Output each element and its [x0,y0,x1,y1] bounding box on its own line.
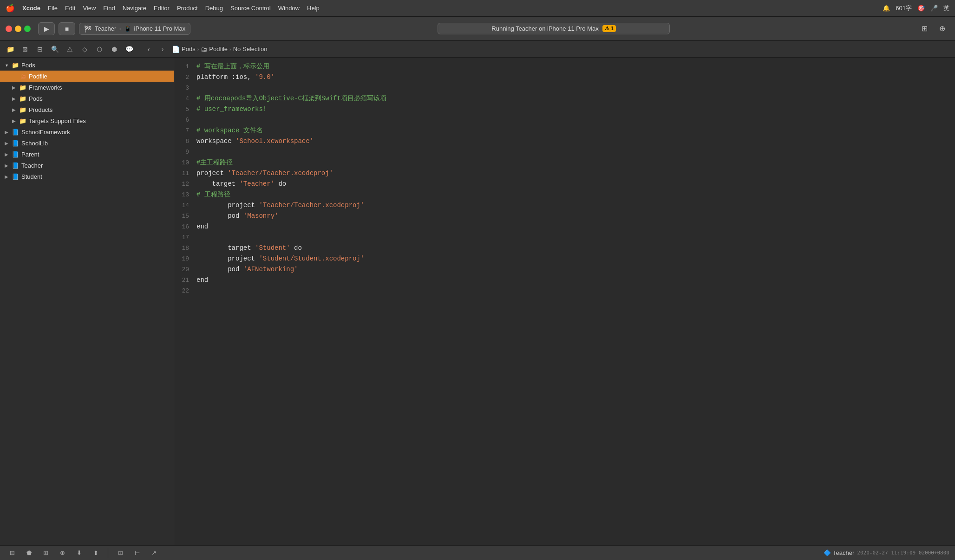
bottom-breakpoint-btn[interactable]: ⬟ [22,547,35,559]
products-folder-icon: 📁 [19,105,27,114]
disclosure-schoollib: ▶ [4,141,9,146]
report-nav-icon[interactable]: 💬 [123,43,136,56]
notification-icon[interactable]: 🔔 [883,5,890,12]
menu-source-control[interactable]: Source Control [230,5,271,12]
grid-view-button[interactable]: ⊞ [917,22,932,35]
bottom-layout-btn[interactable]: ⊞ [39,547,52,559]
sidebar-item-frameworks[interactable]: ▶ 📁 Frameworks [0,82,174,93]
menu-file[interactable]: File [48,5,58,12]
status-text: Running Teacher on iPhone 11 Pro Max [491,25,598,32]
menu-editor[interactable]: Editor [154,5,170,12]
sidebar-item-schoolframework[interactable]: ▶ 📘 SchoolFramework [0,126,174,137]
nav-forward-button[interactable]: › [156,43,169,56]
menu-help[interactable]: Help [307,5,320,12]
bottom-add-btn[interactable]: ⊕ [56,547,69,559]
input-icon[interactable]: 🎯 [917,5,925,12]
menu-debug[interactable]: Debug [205,5,223,12]
minimize-button[interactable] [15,26,21,32]
scheme-selector[interactable]: 🏁 Teacher › 📱 iPhone 11 Pro Max [79,23,190,35]
menu-edit[interactable]: Edit [65,5,75,12]
warning-badge[interactable]: ⚠ 1 [602,25,616,32]
issue-nav-icon[interactable]: ⚠ [63,43,76,56]
sidebar-schoollib-label: SchoolLib [21,140,48,147]
stop-button[interactable]: ■ [59,22,75,35]
folder-nav-icon[interactable]: 📁 [4,43,17,56]
bottom-merge-btn[interactable]: ⊢ [131,547,144,559]
sidebar-item-targets[interactable]: ▶ 📁 Targets Support Files [0,115,174,126]
bottom-split-btn[interactable]: ⊡ [114,547,127,559]
code-line-22: 22 [174,286,955,296]
breadcrumb-selection[interactable]: No Selection [233,46,268,52]
bottom-upload-btn[interactable]: ⬆ [89,547,102,559]
input-lang[interactable]: 英 [943,4,949,13]
menu-window[interactable]: Window [278,5,300,12]
disclosure-pods-sub: ▶ [11,96,17,101]
nav-arrows: ‹ › [142,43,169,56]
nav-back-button[interactable]: ‹ [142,43,155,56]
line-num-6: 6 [174,115,196,125]
menu-view[interactable]: View [83,5,96,12]
line-content-6 [196,115,955,125]
disclosure-podfile: ▶ [11,74,17,79]
sidebar-student-label: Student [21,173,42,180]
line-content-2: platform :ios, '9.0' [196,72,955,82]
mic-icon[interactable]: 🎤 [930,5,938,12]
breadcrumb-podfile[interactable]: 🗂 Podfile [201,46,228,53]
line-content-4: # 用cocoapods导入Objective-C框架到Swift项目必须写该项 [196,93,955,104]
zoom-button[interactable] [24,26,31,32]
breadcrumb-pods[interactable]: 📄 Pods [172,46,196,53]
breakpoint-nav-icon[interactable]: ⬢ [108,43,121,56]
test-nav-icon[interactable]: ◇ [78,43,91,56]
line-content-22 [196,286,955,296]
source-control-nav-icon[interactable]: ⊠ [19,43,32,56]
menu-find[interactable]: Find [103,5,115,12]
sidebar-item-pods-sub[interactable]: ▶ 📁 Pods [0,93,174,104]
sidebar-item-products[interactable]: ▶ 📁 Products [0,104,174,115]
podfile-icon: 🗂 [201,46,207,53]
code-line-9: 9 [174,147,955,157]
line-content-19: project 'Student/Student.xcodeproj' [196,254,955,264]
pods-folder-icon: 📁 [11,61,20,69]
bottom-sep-1 [108,548,108,558]
sidebar-item-podfile[interactable]: ▶ 🗂 Podfile [0,71,174,82]
code-line-16: 16 end [174,221,955,232]
sidebar-item-pods[interactable]: ▾ 📁 Pods [0,59,174,71]
line-num-4: 4 [174,94,196,104]
disclosure-targets: ▶ [11,118,17,124]
sidebar-item-schoollib[interactable]: ▶ 📘 SchoolLib [0,137,174,149]
menu-xcode[interactable]: Xcode [22,5,40,12]
teacher-icon: 📘 [11,161,20,169]
bottom-download-btn[interactable]: ⬇ [72,547,85,559]
status-bottom: ⊟ ⬟ ⊞ ⊕ ⬇ ⬆ ⊡ ⊢ ↗ 🔷 Teacher 2020-02-27 1… [0,545,955,560]
code-area[interactable]: 1 # 写在最上面，标示公用 2 platform :ios, '9.0' 3 … [174,58,955,545]
code-line-4: 4 # 用cocoapods导入Objective-C框架到Swift项目必须写… [174,93,955,104]
menu-product[interactable]: Product [177,5,198,12]
sidebar-schoolframework-label: SchoolFramework [21,129,70,136]
disclosure-student: ▶ [4,174,9,179]
line-content-1: # 写在最上面，标示公用 [196,61,955,72]
library-button[interactable]: ⊕ [935,22,949,35]
sidebar-podfile-label: Podfile [29,73,47,80]
sidebar-item-teacher[interactable]: ▶ 📘 Teacher [0,160,174,171]
main-layout: ▾ 📁 Pods ▶ 🗂 Podfile ▶ 📁 Frameworks ▶ 📁 … [0,58,955,545]
symbol-nav-icon[interactable]: ⊟ [33,43,46,56]
code-line-1: 1 # 写在最上面，标示公用 [174,61,955,72]
search-nav-icon[interactable]: 🔍 [48,43,61,56]
bottom-project-name: Teacher [833,549,854,556]
apple-menu[interactable]: 🍎 [6,4,15,13]
bottom-navigate-btn[interactable]: ↗ [147,547,160,559]
line-num-13: 13 [174,190,196,200]
line-num-7: 7 [174,126,196,136]
sidebar-item-student[interactable]: ▶ 📘 Student [0,171,174,182]
line-content-21: end [196,275,955,285]
line-num-17: 17 [174,233,196,243]
close-button[interactable] [6,26,12,32]
sidebar-item-parent[interactable]: ▶ 📘 Parent [0,149,174,160]
menu-navigate[interactable]: Navigate [123,5,146,12]
toolbar-right: ⊞ ⊕ [917,22,949,35]
bottom-issues-btn[interactable]: ⊟ [6,547,19,559]
debug-nav-icon[interactable]: ⬡ [93,43,106,56]
run-button[interactable]: ▶ [38,22,55,35]
code-line-7: 7 # workspace 文件名 [174,125,955,136]
editor[interactable]: 1 # 写在最上面，标示公用 2 platform :ios, '9.0' 3 … [174,58,955,545]
